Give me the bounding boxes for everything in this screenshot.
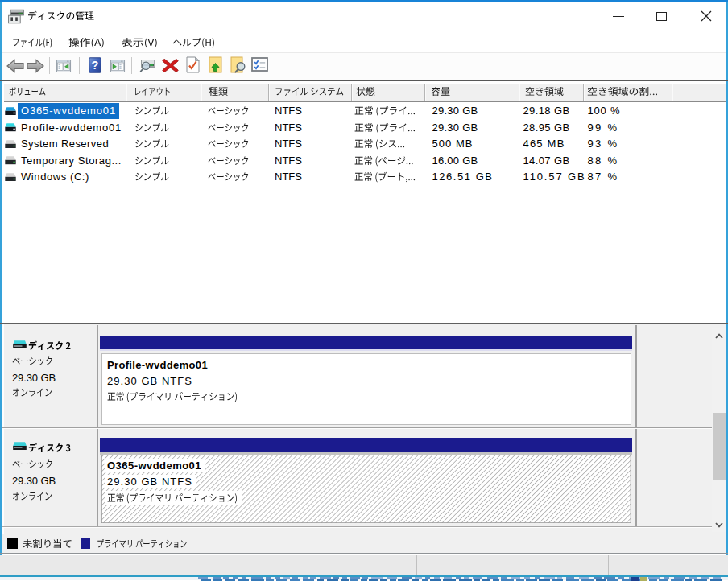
svg-text:?: ? <box>92 59 99 72</box>
